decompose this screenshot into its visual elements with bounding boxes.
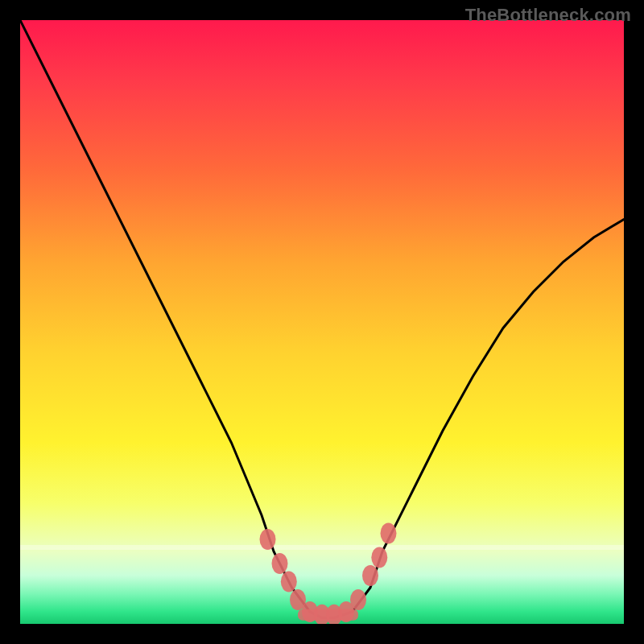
bottleneck-curve xyxy=(20,20,624,618)
curve-layer xyxy=(20,20,624,624)
curve-marker xyxy=(272,553,288,574)
marker-group xyxy=(260,523,397,625)
curve-marker xyxy=(260,529,276,550)
curve-marker xyxy=(371,547,387,568)
plot-area xyxy=(20,20,624,624)
curve-marker xyxy=(362,565,378,586)
curve-marker xyxy=(381,523,397,544)
curve-marker xyxy=(350,589,366,610)
curve-marker xyxy=(281,572,297,592)
watermark-text: TheBottleneck.com xyxy=(465,5,631,26)
outer-frame: TheBottleneck.com xyxy=(0,0,644,644)
plot-inner xyxy=(20,20,624,624)
